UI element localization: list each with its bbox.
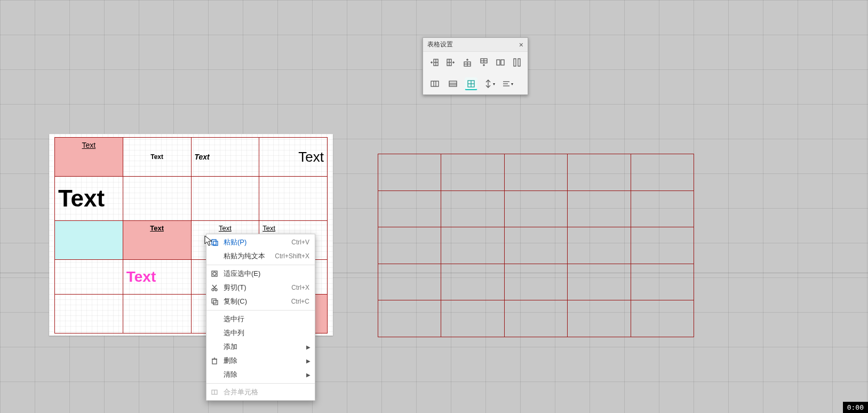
svg-rect-24 — [431, 81, 439, 86]
cell[interactable] — [55, 260, 123, 294]
fit-icon — [210, 270, 219, 277]
cell[interactable] — [55, 220, 123, 259]
menu-shortcut: Ctrl+C — [291, 298, 309, 305]
insert-col-left-icon[interactable] — [428, 56, 440, 69]
svg-rect-23 — [518, 59, 520, 66]
menu-shortcut: Ctrl+V — [291, 239, 309, 246]
svg-point-42 — [215, 289, 217, 291]
cell[interactable] — [259, 177, 328, 220]
cell[interactable] — [568, 190, 631, 227]
cell[interactable]: Text — [123, 220, 191, 259]
menu-separator — [206, 265, 315, 265]
menu-separator — [206, 383, 315, 384]
insert-row-below-icon[interactable] — [478, 56, 489, 69]
cell[interactable]: Text — [55, 138, 123, 177]
menu-paste[interactable]: 粘贴(P) Ctrl+V — [206, 235, 315, 249]
cell[interactable] — [631, 300, 694, 337]
cell[interactable] — [441, 190, 504, 227]
chevron-right-icon: ▶ — [306, 344, 310, 350]
context-menu[interactable]: 粘贴(P) Ctrl+V 粘贴为纯文本 Ctrl+Shift+X 适应选中(E)… — [206, 234, 315, 401]
menu-copy[interactable]: 复制(C) Ctrl+C — [206, 295, 315, 308]
menu-select-col[interactable]: 选中列 — [206, 326, 315, 340]
menu-cut[interactable]: 剪切(T) Ctrl+X — [206, 281, 315, 295]
panel-titlebar[interactable]: 表格设置 × — [423, 38, 528, 52]
insert-row-above-icon[interactable] — [461, 56, 473, 69]
cell[interactable] — [504, 154, 567, 191]
chevron-right-icon: ▶ — [306, 372, 310, 378]
cell[interactable] — [191, 177, 259, 220]
cell[interactable] — [504, 190, 567, 227]
menu-label: 选中行 — [224, 314, 309, 324]
cell[interactable] — [378, 154, 441, 191]
align-vertical-icon[interactable]: ▾ — [483, 77, 496, 90]
cut-icon — [210, 284, 219, 291]
cell[interactable]: Text — [123, 260, 191, 294]
border-bottom-icon[interactable] — [465, 77, 477, 90]
align-horizontal-icon[interactable]: ▾ — [501, 77, 514, 90]
trash-icon — [210, 357, 219, 364]
menu-paste-plain[interactable]: 粘贴为纯文本 Ctrl+Shift+X — [206, 249, 315, 263]
distribute-cols-icon[interactable] — [428, 77, 441, 90]
cell[interactable] — [631, 227, 694, 264]
cell[interactable] — [55, 294, 123, 333]
menu-label: 剪切(T) — [224, 283, 287, 292]
cell[interactable] — [378, 264, 441, 300]
close-icon[interactable]: × — [519, 41, 523, 49]
toolbar-row-2: ▾ ▾ — [423, 73, 528, 94]
cell[interactable]: Text — [191, 138, 259, 177]
menu-label: 清除 — [224, 370, 309, 379]
cell[interactable] — [378, 227, 441, 264]
svg-rect-27 — [449, 81, 457, 86]
cell[interactable] — [441, 154, 504, 191]
menu-label: 复制(C) — [224, 297, 287, 306]
cell[interactable] — [123, 177, 191, 220]
cell[interactable] — [568, 154, 631, 191]
cell[interactable] — [568, 264, 631, 300]
menu-delete[interactable]: 删除 ▶ — [206, 354, 315, 368]
cell[interactable] — [631, 264, 694, 300]
menu-clear[interactable]: 清除 ▶ — [206, 368, 315, 382]
cell[interactable] — [504, 227, 567, 264]
svg-rect-47 — [212, 359, 217, 364]
svg-rect-46 — [213, 300, 218, 305]
menu-merge-cells: 合并单元格 — [206, 385, 315, 399]
menu-fit-selection[interactable]: 适应选中(E) — [206, 267, 315, 281]
cell[interactable]: Text — [123, 138, 191, 177]
cell[interactable] — [631, 154, 694, 191]
table-settings-panel[interactable]: 表格设置 × ▾ ▾ — [423, 37, 528, 95]
menu-label: 粘贴(P) — [224, 237, 287, 247]
cell[interactable] — [504, 300, 567, 337]
cell[interactable] — [123, 294, 191, 333]
cell[interactable] — [504, 264, 567, 300]
cell[interactable] — [568, 227, 631, 264]
menu-shortcut: Ctrl+Shift+X — [275, 252, 309, 260]
split-vertical-icon[interactable] — [511, 56, 522, 69]
distribute-rows-icon[interactable] — [447, 77, 459, 90]
menu-select-row[interactable]: 选中行 — [206, 312, 315, 326]
panel-title: 表格设置 — [427, 40, 453, 49]
cell[interactable] — [441, 300, 504, 337]
cell[interactable] — [378, 190, 441, 227]
paste-icon — [210, 239, 219, 246]
menu-label: 添加 — [224, 342, 309, 352]
cell[interactable] — [378, 300, 441, 337]
recording-timer: 0:00 — [843, 402, 868, 413]
menu-label: 适应选中(E) — [224, 269, 309, 279]
svg-point-40 — [213, 272, 216, 275]
cell[interactable] — [441, 227, 504, 264]
svg-rect-20 — [497, 60, 500, 65]
cell[interactable] — [441, 264, 504, 300]
copy-icon — [210, 298, 219, 305]
cell[interactable]: Text — [259, 138, 328, 177]
menu-add[interactable]: 添加 ▶ — [206, 340, 315, 354]
table-2[interactable] — [378, 154, 694, 337]
cell[interactable]: Text — [55, 177, 123, 220]
cell-text: Text — [126, 268, 156, 285]
merge-icon — [210, 388, 219, 396]
cell[interactable] — [568, 300, 631, 337]
split-horizontal-icon[interactable] — [495, 56, 506, 69]
menu-shortcut: Ctrl+X — [291, 284, 309, 291]
cell[interactable] — [631, 190, 694, 227]
chevron-right-icon: ▶ — [306, 358, 310, 364]
insert-col-right-icon[interactable] — [445, 56, 456, 69]
